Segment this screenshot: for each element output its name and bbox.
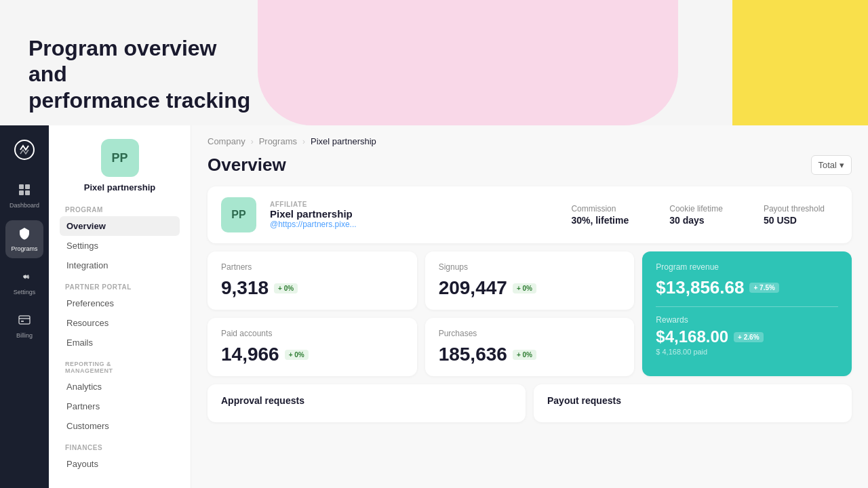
partner-name: Pixel partnership <box>84 182 155 192</box>
app-logo <box>11 136 38 163</box>
total-dropdown[interactable]: Total ▾ <box>811 155 852 175</box>
sidebar-light: PP Pixel partnership PROGRAM Overview Se… <box>49 125 191 488</box>
signups-value-row: 209,447 + 0% <box>439 277 621 299</box>
breadcrumb-pixel: Pixel partnership <box>311 136 376 146</box>
programs-icon <box>18 226 31 243</box>
nav-programs[interactable]: Programs <box>5 220 43 258</box>
affiliate-card: PP AFFILIATE Pixel partnership @https://… <box>208 186 852 243</box>
partner-avatar: PP <box>101 139 139 177</box>
paid-accounts-card: Paid accounts 14,966 + 0% <box>208 318 417 376</box>
svg-rect-2 <box>25 184 30 189</box>
threshold-stat: Payout threshold 50 USD <box>750 204 838 226</box>
partners-value-row: 9,318 + 0% <box>221 277 403 299</box>
page-title-area: Program overview and performance trackin… <box>28 35 259 113</box>
breadcrumb-programs[interactable]: Programs <box>259 136 297 146</box>
section-label-partner-portal: PARTNER PORTAL <box>65 283 180 291</box>
approval-title: Approval requests <box>221 395 512 406</box>
bg-pink-decoration <box>258 0 678 125</box>
rewards-paid: $ 4,168.00 paid <box>656 348 838 356</box>
billing-icon <box>18 313 31 330</box>
partners-value: 9,318 <box>221 277 269 299</box>
sidebar-item-integration[interactable]: Integration <box>60 256 180 275</box>
paid-accounts-value-row: 14,966 + 0% <box>221 344 403 365</box>
chevron-down-icon: ▾ <box>840 160 844 170</box>
page-title: Program overview and performance trackin… <box>28 35 259 113</box>
stats-grid: Partners 9,318 + 0% Signups 209,447 + 0%… <box>208 251 852 376</box>
main-layout: Dashboard Programs Settings <box>0 125 868 488</box>
revenue-badge: + 7.5% <box>749 283 778 293</box>
bottom-grid: Approval requests Payout requests <box>208 384 852 422</box>
signups-value: 209,447 <box>439 277 507 299</box>
svg-rect-4 <box>25 190 30 195</box>
payout-title: Payout requests <box>547 395 838 406</box>
rewards-value: $4,168.00 <box>656 327 728 346</box>
breadcrumb-sep-2: › <box>302 137 305 146</box>
revenue-value-row: $13,856.68 + 7.5% <box>656 277 838 298</box>
sidebar-dark: Dashboard Programs Settings <box>0 125 49 488</box>
dashboard-icon <box>18 183 31 200</box>
rewards-value-row: $4,168.00 + 2.6% <box>656 327 838 346</box>
partners-badge: + 0% <box>274 283 298 293</box>
paid-accounts-value: 14,966 <box>221 344 279 365</box>
overview-header: Overview Total ▾ <box>208 155 852 176</box>
payout-requests-card: Payout requests <box>534 384 852 422</box>
sidebar-item-overview[interactable]: Overview <box>60 216 180 236</box>
svg-point-0 <box>15 140 34 159</box>
affiliate-avatar: PP <box>221 197 256 232</box>
breadcrumb-company[interactable]: Company <box>208 136 245 146</box>
sidebar-item-payouts[interactable]: Payouts <box>60 454 180 474</box>
affiliate-label: AFFILIATE <box>270 201 544 208</box>
svg-rect-7 <box>21 321 24 322</box>
sidebar-item-emails[interactable]: Emails <box>60 333 180 352</box>
settings-icon <box>18 270 31 287</box>
nav-dashboard[interactable]: Dashboard <box>5 177 43 215</box>
signups-badge: + 0% <box>513 283 536 293</box>
rewards-badge: + 2.6% <box>734 332 763 342</box>
svg-rect-3 <box>19 190 24 195</box>
partners-label: Partners <box>221 262 403 272</box>
partner-header: PP Pixel partnership <box>60 139 180 192</box>
section-label-reporting: REPORTING &MANAGEMENT <box>65 361 180 374</box>
sidebar-item-analytics[interactable]: Analytics <box>60 377 180 396</box>
purchases-value-row: 185,636 + 0% <box>439 344 621 365</box>
section-label-finances: FINANCES <box>65 444 180 451</box>
affiliate-name: Pixel partnership <box>270 208 544 220</box>
signups-card: Signups 209,447 + 0% <box>425 251 635 310</box>
purchases-badge: + 0% <box>513 350 536 360</box>
nav-settings[interactable]: Settings <box>5 264 43 302</box>
approval-requests-card: Approval requests <box>208 384 526 422</box>
sidebar-item-resources[interactable]: Resources <box>60 313 180 333</box>
breadcrumb: Company › Programs › Pixel partnership <box>208 136 852 146</box>
sidebar-item-preferences[interactable]: Preferences <box>60 293 180 313</box>
partners-card: Partners 9,318 + 0% <box>208 251 417 310</box>
commission-stat: Commission 30%, lifetime <box>557 204 642 226</box>
section-label-program: PROGRAM <box>65 206 180 214</box>
svg-rect-1 <box>19 184 24 189</box>
breadcrumb-sep-1: › <box>251 137 254 146</box>
purchases-card: Purchases 185,636 + 0% <box>425 318 635 376</box>
purchases-value: 185,636 <box>439 344 507 365</box>
main-content: Company › Programs › Pixel partnership O… <box>191 125 868 488</box>
revenue-label: Program revenue <box>656 262 838 272</box>
paid-accounts-label: Paid accounts <box>221 329 403 338</box>
affiliate-info: AFFILIATE Pixel partnership @https://par… <box>270 201 544 229</box>
nav-billing[interactable]: Billing <box>5 307 43 345</box>
affiliate-url[interactable]: @https://partners.pixe... <box>270 220 544 229</box>
rewards-label: Rewards <box>656 315 838 325</box>
svg-rect-5 <box>19 316 30 324</box>
overview-title: Overview <box>208 155 286 176</box>
revenue-value: $13,856.68 <box>656 277 744 298</box>
cookie-stat: Cookie lifetime 30 days <box>656 204 736 226</box>
sidebar-item-partners[interactable]: Partners <box>60 396 180 416</box>
sidebar-item-customers[interactable]: Customers <box>60 416 180 436</box>
paid-accounts-badge: + 0% <box>285 350 309 360</box>
purchases-label: Purchases <box>439 329 621 338</box>
sidebar-item-settings[interactable]: Settings <box>60 236 180 256</box>
revenue-card: Program revenue $13,856.68 + 7.5% Reward… <box>642 251 852 376</box>
signups-label: Signups <box>439 262 621 272</box>
